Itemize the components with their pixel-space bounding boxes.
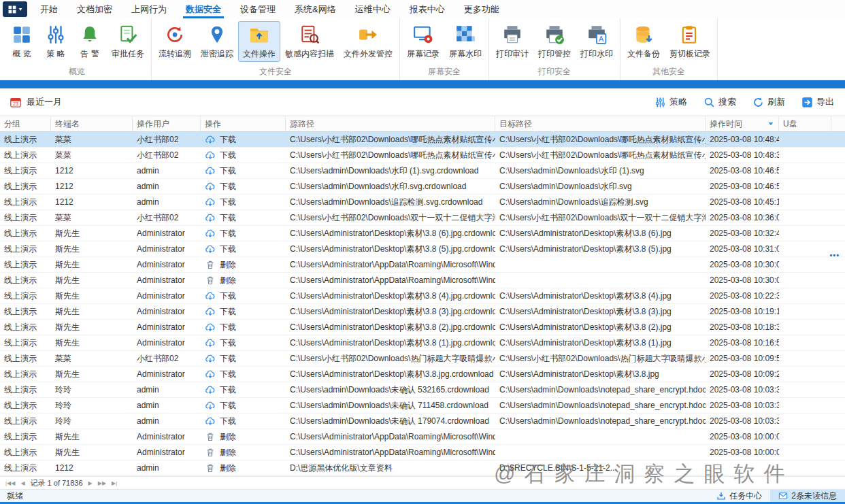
ribbon-button-label: 敏感内容扫描 [285, 48, 334, 60]
table-row[interactable]: 线上演示菜菜小红书部02下载C:\Users\小红书部02\Downloads\… [0, 210, 845, 226]
ribbon-group-label: 文件安全 [154, 65, 397, 80]
cell-usb [779, 132, 831, 147]
table-row[interactable]: 线上演示菜菜小红书部02下载C:\Users\小红书部02\Downloads\… [0, 132, 845, 148]
table-row[interactable]: 线上演示斯先生Administrator下载C:\Users\Administr… [0, 241, 845, 257]
table-row[interactable]: 线上演示斯先生Administrator下载C:\Users\Administr… [0, 367, 845, 382]
ribbon-group-label: 概览 [5, 65, 149, 80]
table-row[interactable]: 线上演示1212admin下载C:\Users\admin\Downloads\… [0, 163, 845, 179]
filter-action-search[interactable]: 搜索 [703, 96, 736, 108]
table-row[interactable]: 线上演示菜菜小红书部02下载C:\Users\小红书部02\Downloads\… [0, 351, 845, 367]
ribbon-button-overview[interactable]: 概 览 [5, 21, 39, 62]
ribbon-button-approval-tasks[interactable]: 审批任务 [107, 21, 149, 62]
cell-dst: C:\Users\admin\Downloads\追踪检测.svg [495, 195, 706, 209]
ribbon-button-print-control[interactable]: 打印管控 [533, 21, 576, 62]
table-row[interactable]: 线上演示玲玲admin下载C:\Users\admin\Downloads\未确… [0, 414, 845, 429]
time-filter-icon[interactable] [767, 120, 774, 127]
operation-label: 下载 [220, 400, 236, 411]
operation-label: 下载 [220, 306, 236, 318]
column-header-label: 源路径 [290, 118, 314, 130]
cell-group: 线上演示 [0, 414, 51, 429]
trash-icon [205, 447, 216, 458]
pager-next-button[interactable]: ▶ [88, 480, 93, 486]
table-row[interactable]: 线上演示1212admin下载C:\Users\admin\Downloads\… [0, 195, 845, 210]
cell-src: C:\Users\admin\Downloads\未确认 711458.crdo… [286, 398, 495, 413]
cell-dst: C:\Users\admin\Downloads\水印.svg [495, 179, 706, 194]
table-row[interactable]: 线上演示斯先生Administrator删除C:\Users\Administr… [0, 257, 845, 273]
tab-report-center[interactable]: 报表中心 [400, 0, 454, 18]
cell-src: C:\Users\Administrator\Desktop\素材\3.8 (6… [286, 226, 495, 241]
tab-web-behavior[interactable]: 上网行为 [122, 0, 176, 18]
table-row[interactable]: 线上演示斯先生Administrator删除C:\Users\Administr… [0, 273, 845, 288]
pager-first-button[interactable]: |◀◀ [5, 480, 15, 486]
unread-messages-button[interactable]: 2条未读信息 [770, 490, 845, 502]
pager-end-button[interactable]: ▶| [112, 480, 117, 486]
ribbon-button-file-backup[interactable]: 文件备份 [623, 21, 665, 62]
pager-last-button[interactable]: ▶▶ [98, 480, 106, 486]
download-icon [205, 150, 216, 161]
column-header-4[interactable]: 源路径 [286, 116, 495, 131]
task-center-label: 任务中心 [729, 490, 762, 502]
ribbon-button-print-watermark[interactable]: A打印水印 [576, 21, 618, 62]
tab-data-security[interactable]: 数据安全 [176, 0, 231, 18]
ribbon-button-print-audit[interactable]: 打印审计 [491, 21, 533, 62]
cell-operation: 删除 [201, 429, 286, 444]
pager-prev-button[interactable]: ◀ [20, 480, 24, 486]
table-row[interactable]: 线上演示斯先生Administrator下载C:\Users\Administr… [0, 288, 845, 304]
ribbon-button-screen-watermark[interactable]: 屏幕水印 [444, 21, 486, 62]
cell-dst: C:\Users\admin\Downloads\notepad_share_e… [495, 398, 706, 413]
table-row[interactable]: 线上演示1212admin下载C:\Users\admin\Downloads\… [0, 179, 845, 195]
cell-usb [779, 148, 831, 163]
tab-ops-center[interactable]: 运维中心 [346, 0, 400, 18]
table-row[interactable]: 线上演示斯先生Administrator下载C:\Users\Administr… [0, 335, 845, 351]
ribbon-button-leak-tracking[interactable]: 泄密追踪 [196, 21, 238, 62]
table-row[interactable]: 线上演示玲玲admin下载C:\Users\admin\Downloads\未确… [0, 382, 845, 398]
table-row[interactable]: 线上演示1212admin删除D:\思源黑体优化版\文章资料D:\$RECYCL… [0, 460, 845, 476]
date-range-label: 最近一月 [27, 96, 62, 108]
row-more-button[interactable]: ••• [829, 251, 840, 259]
ribbon-button-screen-record[interactable]: 屏幕记录 [402, 21, 444, 62]
tab-more-features[interactable]: 更多功能 [454, 0, 509, 18]
tab-doc-encrypt[interactable]: 文档加密 [67, 0, 122, 18]
column-header-7[interactable]: U盘 [779, 116, 831, 131]
column-header-5[interactable]: 目标路径 [495, 116, 706, 131]
app-menu-button[interactable]: ▼ [3, 1, 27, 17]
tab-device-mgmt[interactable]: 设备管理 [231, 0, 285, 18]
cell-usb [779, 179, 831, 194]
ribbon-button-clipboard-record[interactable]: 剪切板记录 [665, 21, 715, 62]
ribbon-button-alerts[interactable]: 告 警 [73, 21, 107, 62]
ribbon-button-policy[interactable]: 策 略 [39, 21, 73, 62]
ribbon-toolbar: 概 览策 略告 警审批任务概览流转追溯泄密追踪文件操作敏感内容扫描文件外发管控文… [0, 18, 845, 80]
ribbon-button-flow-trace[interactable]: 流转追溯 [154, 21, 196, 62]
cell-operation: 下载 [201, 163, 286, 178]
download-icon [205, 181, 216, 192]
filter-action-refresh[interactable]: 刷新 [752, 96, 785, 108]
table-row[interactable]: 线上演示斯先生Administrator下载C:\Users\Administr… [0, 320, 845, 335]
cell-group: 线上演示 [0, 132, 51, 147]
ribbon-button-label: 文件备份 [627, 48, 660, 60]
table-row[interactable]: 线上演示斯先生Administrator删除C:\Users\Administr… [0, 445, 845, 460]
column-header-3[interactable]: 操作 [201, 116, 286, 131]
ribbon-button-file-operations[interactable]: 文件操作 [238, 21, 280, 62]
ribbon-button-outgoing-control[interactable]: 文件外发管控 [339, 21, 397, 62]
ribbon-button-sensitive-scan[interactable]: 敏感内容扫描 [280, 21, 339, 62]
date-range-filter[interactable]: 23 最近一月 [10, 96, 62, 108]
tab-start[interactable]: 开始 [31, 0, 67, 18]
chevron-down-icon: ▼ [18, 7, 23, 12]
table-row[interactable]: 线上演示菜菜小红书部02下载C:\Users\小红书部02\Downloads\… [0, 148, 845, 163]
column-header-0[interactable]: 分组 [0, 116, 51, 131]
tab-system-network[interactable]: 系统&网络 [285, 0, 346, 18]
column-header-6[interactable]: 操作时间 [706, 116, 779, 131]
column-header-label: 操作时间 [710, 118, 742, 130]
table-row[interactable]: 线上演示斯先生Administrator下载C:\Users\Administr… [0, 226, 845, 241]
table-row[interactable]: 线上演示斯先生Administrator下载C:\Users\Administr… [0, 304, 845, 320]
column-header-2[interactable]: 操作用户 [133, 116, 201, 131]
filter-action-export[interactable]: 导出 [801, 96, 834, 108]
table-row[interactable]: 线上演示玲玲admin下载C:\Users\admin\Downloads\未确… [0, 398, 845, 414]
cell-dst [495, 273, 706, 288]
column-header-1[interactable]: 终端名 [51, 116, 133, 131]
task-center-button[interactable]: 任务中心 [708, 490, 770, 502]
filter-action-policy[interactable]: 策略 [655, 96, 687, 108]
policy-icon [655, 97, 666, 108]
table-row[interactable]: 线上演示斯先生Administrator删除C:\Users\Administr… [0, 429, 845, 445]
cell-usb [779, 163, 831, 178]
